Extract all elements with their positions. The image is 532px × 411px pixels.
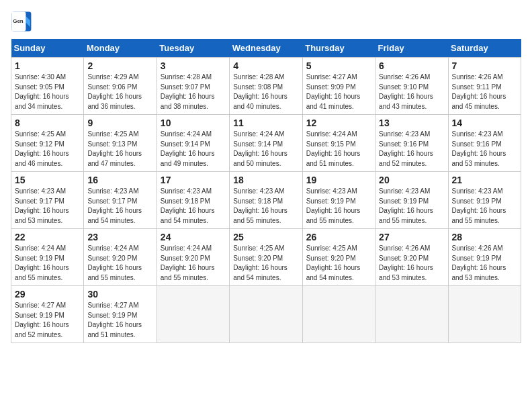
day-number: 20 bbox=[379, 175, 444, 185]
column-header-sunday: Sunday bbox=[11, 39, 84, 58]
day-number: 14 bbox=[452, 118, 517, 128]
day-cell: 12Sunrise: 4:24 AM Sunset: 9:15 PM Dayli… bbox=[302, 115, 375, 172]
day-number: 27 bbox=[379, 232, 444, 242]
week-row-4: 22Sunrise: 4:24 AM Sunset: 9:19 PM Dayli… bbox=[11, 229, 521, 286]
day-cell: 6Sunrise: 4:26 AM Sunset: 9:10 PM Daylig… bbox=[375, 58, 448, 115]
day-number: 16 bbox=[87, 175, 152, 185]
day-cell: 11Sunrise: 4:24 AM Sunset: 9:14 PM Dayli… bbox=[230, 115, 302, 172]
day-cell: 9Sunrise: 4:25 AM Sunset: 9:13 PM Daylig… bbox=[84, 115, 157, 172]
day-number: 3 bbox=[161, 60, 226, 71]
day-number: 6 bbox=[379, 60, 444, 71]
day-number: 23 bbox=[87, 232, 152, 242]
day-info: Sunrise: 4:23 AM Sunset: 9:18 PM Dayligh… bbox=[233, 187, 298, 226]
day-info: Sunrise: 4:27 AM Sunset: 9:19 PM Dayligh… bbox=[87, 301, 152, 340]
day-cell: 5Sunrise: 4:27 AM Sunset: 9:09 PM Daylig… bbox=[302, 58, 375, 115]
day-cell: 27Sunrise: 4:26 AM Sunset: 9:20 PM Dayli… bbox=[375, 229, 448, 286]
day-cell: 2Sunrise: 4:29 AM Sunset: 9:06 PM Daylig… bbox=[84, 58, 157, 115]
day-info: Sunrise: 4:25 AM Sunset: 9:12 PM Dayligh… bbox=[15, 130, 80, 169]
day-cell bbox=[157, 286, 229, 343]
day-cell: 14Sunrise: 4:23 AM Sunset: 9:16 PM Dayli… bbox=[448, 115, 521, 172]
day-cell: 15Sunrise: 4:23 AM Sunset: 9:17 PM Dayli… bbox=[11, 172, 84, 229]
day-number: 17 bbox=[161, 175, 226, 185]
day-number: 15 bbox=[15, 175, 80, 185]
day-info: Sunrise: 4:30 AM Sunset: 9:05 PM Dayligh… bbox=[15, 73, 80, 111]
day-cell: 8Sunrise: 4:25 AM Sunset: 9:12 PM Daylig… bbox=[11, 115, 84, 172]
day-cell: 1Sunrise: 4:30 AM Sunset: 9:05 PM Daylig… bbox=[11, 58, 84, 115]
day-info: Sunrise: 4:23 AM Sunset: 9:16 PM Dayligh… bbox=[379, 130, 444, 169]
day-cell: 19Sunrise: 4:23 AM Sunset: 9:19 PM Dayli… bbox=[302, 172, 375, 229]
day-info: Sunrise: 4:24 AM Sunset: 9:14 PM Dayligh… bbox=[233, 130, 298, 169]
day-info: Sunrise: 4:28 AM Sunset: 9:07 PM Dayligh… bbox=[161, 73, 226, 111]
day-number: 9 bbox=[87, 118, 152, 128]
day-cell: 13Sunrise: 4:23 AM Sunset: 9:16 PM Dayli… bbox=[375, 115, 448, 172]
day-cell: 21Sunrise: 4:23 AM Sunset: 9:19 PM Dayli… bbox=[448, 172, 521, 229]
column-header-thursday: Thursday bbox=[302, 39, 375, 58]
day-cell: 26Sunrise: 4:25 AM Sunset: 9:20 PM Dayli… bbox=[302, 229, 375, 286]
day-number: 28 bbox=[452, 232, 517, 242]
day-number: 12 bbox=[306, 118, 371, 128]
day-info: Sunrise: 4:28 AM Sunset: 9:08 PM Dayligh… bbox=[233, 73, 298, 111]
day-number: 8 bbox=[15, 118, 80, 128]
day-info: Sunrise: 4:24 AM Sunset: 9:20 PM Dayligh… bbox=[161, 244, 226, 283]
day-number: 5 bbox=[306, 60, 371, 71]
day-number: 22 bbox=[15, 232, 80, 242]
day-info: Sunrise: 4:24 AM Sunset: 9:15 PM Dayligh… bbox=[306, 130, 371, 169]
day-number: 18 bbox=[233, 175, 298, 185]
day-number: 21 bbox=[452, 175, 517, 185]
day-cell bbox=[230, 286, 302, 343]
day-info: Sunrise: 4:24 AM Sunset: 9:19 PM Dayligh… bbox=[15, 244, 80, 283]
svg-text:Gen: Gen bbox=[13, 18, 24, 24]
column-header-tuesday: Tuesday bbox=[157, 39, 229, 58]
week-row-2: 8Sunrise: 4:25 AM Sunset: 9:12 PM Daylig… bbox=[11, 115, 521, 172]
day-info: Sunrise: 4:26 AM Sunset: 9:19 PM Dayligh… bbox=[452, 244, 517, 283]
day-number: 11 bbox=[233, 118, 298, 128]
day-info: Sunrise: 4:27 AM Sunset: 9:19 PM Dayligh… bbox=[15, 301, 80, 340]
day-number: 7 bbox=[452, 60, 517, 71]
day-cell: 4Sunrise: 4:28 AM Sunset: 9:08 PM Daylig… bbox=[230, 58, 302, 115]
day-cell: 24Sunrise: 4:24 AM Sunset: 9:20 PM Dayli… bbox=[157, 229, 229, 286]
day-cell: 17Sunrise: 4:23 AM Sunset: 9:18 PM Dayli… bbox=[157, 172, 229, 229]
day-cell: 29Sunrise: 4:27 AM Sunset: 9:19 PM Dayli… bbox=[11, 286, 84, 343]
day-cell: 3Sunrise: 4:28 AM Sunset: 9:07 PM Daylig… bbox=[157, 58, 229, 115]
day-info: Sunrise: 4:24 AM Sunset: 9:14 PM Dayligh… bbox=[161, 130, 226, 169]
day-cell: 25Sunrise: 4:25 AM Sunset: 9:20 PM Dayli… bbox=[230, 229, 302, 286]
day-info: Sunrise: 4:23 AM Sunset: 9:19 PM Dayligh… bbox=[379, 187, 444, 226]
week-row-3: 15Sunrise: 4:23 AM Sunset: 9:17 PM Dayli… bbox=[11, 172, 521, 229]
day-cell: 30Sunrise: 4:27 AM Sunset: 9:19 PM Dayli… bbox=[84, 286, 157, 343]
day-number: 24 bbox=[161, 232, 226, 242]
day-cell: 23Sunrise: 4:24 AM Sunset: 9:20 PM Dayli… bbox=[84, 229, 157, 286]
day-cell: 10Sunrise: 4:24 AM Sunset: 9:14 PM Dayli… bbox=[157, 115, 229, 172]
day-info: Sunrise: 4:24 AM Sunset: 9:20 PM Dayligh… bbox=[87, 244, 152, 283]
day-info: Sunrise: 4:27 AM Sunset: 9:09 PM Dayligh… bbox=[306, 73, 371, 111]
day-cell bbox=[302, 286, 375, 343]
day-cell: 28Sunrise: 4:26 AM Sunset: 9:19 PM Dayli… bbox=[448, 229, 521, 286]
day-number: 10 bbox=[161, 118, 226, 128]
day-info: Sunrise: 4:25 AM Sunset: 9:20 PM Dayligh… bbox=[306, 244, 371, 283]
day-info: Sunrise: 4:26 AM Sunset: 9:20 PM Dayligh… bbox=[379, 244, 444, 283]
column-header-saturday: Saturday bbox=[448, 39, 521, 58]
calendar-table: SundayMondayTuesdayWednesdayThursdayFrid… bbox=[11, 39, 521, 343]
day-number: 2 bbox=[87, 60, 152, 71]
week-row-1: 1Sunrise: 4:30 AM Sunset: 9:05 PM Daylig… bbox=[11, 58, 521, 115]
day-info: Sunrise: 4:23 AM Sunset: 9:16 PM Dayligh… bbox=[452, 130, 517, 169]
header: Gen bbox=[11, 11, 521, 32]
day-number: 4 bbox=[233, 60, 298, 71]
day-info: Sunrise: 4:23 AM Sunset: 9:18 PM Dayligh… bbox=[161, 187, 226, 226]
day-info: Sunrise: 4:25 AM Sunset: 9:13 PM Dayligh… bbox=[87, 130, 152, 169]
day-number: 26 bbox=[306, 232, 371, 242]
column-header-wednesday: Wednesday bbox=[230, 39, 302, 58]
day-cell: 22Sunrise: 4:24 AM Sunset: 9:19 PM Dayli… bbox=[11, 229, 84, 286]
day-number: 1 bbox=[15, 60, 80, 71]
day-number: 30 bbox=[87, 289, 152, 300]
week-row-5: 29Sunrise: 4:27 AM Sunset: 9:19 PM Dayli… bbox=[11, 286, 521, 343]
day-info: Sunrise: 4:23 AM Sunset: 9:17 PM Dayligh… bbox=[87, 187, 152, 226]
day-info: Sunrise: 4:25 AM Sunset: 9:20 PM Dayligh… bbox=[233, 244, 298, 283]
column-header-friday: Friday bbox=[375, 39, 448, 58]
day-cell bbox=[375, 286, 448, 343]
day-info: Sunrise: 4:23 AM Sunset: 9:17 PM Dayligh… bbox=[15, 187, 80, 226]
day-info: Sunrise: 4:23 AM Sunset: 9:19 PM Dayligh… bbox=[452, 187, 517, 226]
day-info: Sunrise: 4:29 AM Sunset: 9:06 PM Dayligh… bbox=[87, 73, 152, 111]
logo-icon: Gen bbox=[11, 11, 32, 32]
day-number: 29 bbox=[15, 289, 80, 300]
day-cell: 20Sunrise: 4:23 AM Sunset: 9:19 PM Dayli… bbox=[375, 172, 448, 229]
